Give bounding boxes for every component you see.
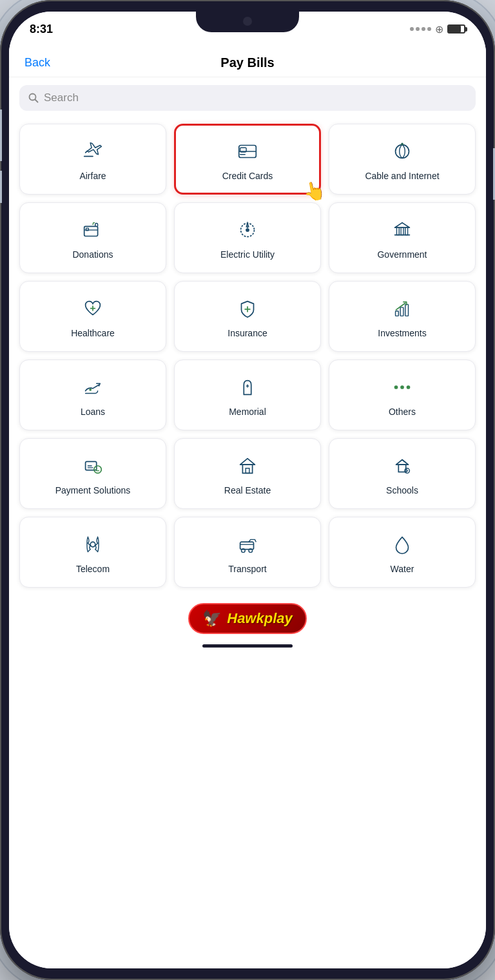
grid-item-donations[interactable]: Donations [19,202,166,273]
svg-marker-36 [240,459,255,465]
donations-icon [81,218,105,242]
svg-point-35 [94,466,101,473]
airfare-label: Airfare [79,170,106,182]
investments-icon [390,296,414,321]
grid-item-real-estate[interactable]: Real Estate [174,438,321,509]
grid-item-schools[interactable]: Schools [329,438,476,509]
airfare-icon [81,139,105,164]
grid-item-credit-cards[interactable]: Credit Cards 👆 [174,124,321,195]
status-icons: ⊕ [410,23,465,35]
volume-down-button[interactable] [0,171,2,203]
payment-solutions-icon [81,454,105,478]
water-icon [390,532,414,557]
credit-cards-label: Credit Cards [222,170,273,182]
credit-cards-icon [235,139,260,164]
healthcare-icon [81,296,105,321]
svg-point-28 [89,389,92,391]
notch [196,12,299,32]
camera [243,17,252,26]
real-estate-icon [235,454,260,478]
others-label: Others [389,406,416,418]
grid-item-loans[interactable]: Loans [19,360,166,430]
back-button[interactable]: Back [24,56,50,70]
grid-item-memorial[interactable]: Memorial [174,360,321,430]
svg-rect-19 [405,227,408,235]
watermark-text: Hawkplay [227,610,293,627]
insurance-icon [235,296,260,321]
svg-rect-38 [246,468,249,474]
memorial-label: Memorial [229,406,266,418]
link-icon: ⊕ [435,23,443,35]
real-estate-label: Real Estate [224,485,271,496]
investments-label: Investments [378,327,426,339]
volume-up-button[interactable] [0,129,2,161]
svg-rect-26 [400,307,403,316]
grid-item-telecom[interactable]: Telecom [19,517,166,588]
loans-icon [81,375,105,399]
svg-rect-17 [396,227,399,235]
electric-utility-label: Electric Utility [220,249,275,260]
grid-item-insurance[interactable]: Insurance [174,281,321,352]
svg-point-31 [394,385,398,389]
healthcare-label: Healthcare [71,327,115,339]
telecom-label: Telecom [76,563,110,575]
telecom-icon [81,532,105,557]
phone-frame: 8:31 ⊕ Back Pay Bills [0,0,495,980]
svg-point-33 [407,385,411,389]
dot4 [427,27,431,31]
svg-marker-16 [395,223,410,228]
app-content: Back Pay Bills Search [9,46,486,968]
dot1 [410,27,414,31]
bill-category-grid: Airfare Credit Cards 👆 [19,124,476,588]
svg-point-7 [396,144,409,158]
page-title: Pay Bills [220,55,274,70]
battery-icon [447,24,465,34]
hawkplay-badge: 🦅 Hawkplay [188,603,307,634]
grid-item-government[interactable]: Government [329,202,476,273]
cable-internet-label: Cable and Internet [365,170,439,182]
svg-rect-18 [401,227,403,235]
svg-point-41 [90,542,95,547]
cable-internet-icon [390,139,414,164]
search-icon [28,93,39,103]
transport-icon [235,532,260,557]
schools-icon [390,454,414,478]
cursor-pointer-icon: 👆 [301,178,327,204]
grid-item-others[interactable]: Others [329,360,476,430]
memorial-icon [235,375,260,399]
grid-item-water[interactable]: Water [329,517,476,588]
svg-point-32 [400,385,404,389]
grid-item-airfare[interactable]: Airfare [19,124,166,195]
loans-label: Loans [81,406,105,418]
transport-label: Transport [228,563,266,575]
search-input-wrapper[interactable]: Search [19,85,476,111]
grid-item-transport[interactable]: Transport [174,517,321,588]
svg-rect-42 [240,542,254,549]
government-label: Government [377,249,427,260]
home-indicator[interactable] [9,637,486,655]
svg-rect-37 [242,465,252,473]
grid-item-payment-solutions[interactable]: Payment Solutions [19,438,166,509]
grid-item-cable-internet[interactable]: Cable and Internet [329,124,476,195]
status-time: 8:31 [30,23,53,36]
svg-rect-27 [405,304,409,316]
grid-item-healthcare[interactable]: Healthcare [19,281,166,352]
battery-fill [449,26,461,32]
svg-point-14 [246,228,249,232]
water-label: Water [391,563,414,575]
svg-rect-25 [396,311,399,316]
svg-line-1 [35,100,38,102]
status-bar: 8:31 ⊕ [9,12,486,46]
dot2 [416,27,420,31]
grid-item-investments[interactable]: Investments [329,281,476,352]
grid-section: Airfare Credit Cards 👆 [9,119,486,598]
grid-item-electric-utility[interactable]: Electric Utility [174,202,321,273]
government-icon [390,218,414,242]
phone-screen: 8:31 ⊕ Back Pay Bills [9,12,486,968]
insurance-label: Insurance [228,327,267,339]
others-icon [390,375,414,399]
nav-bar: Back Pay Bills [9,46,486,77]
dot3 [422,27,425,31]
schools-label: Schools [386,485,418,496]
watermark-section: 🦅 Hawkplay [9,598,486,637]
